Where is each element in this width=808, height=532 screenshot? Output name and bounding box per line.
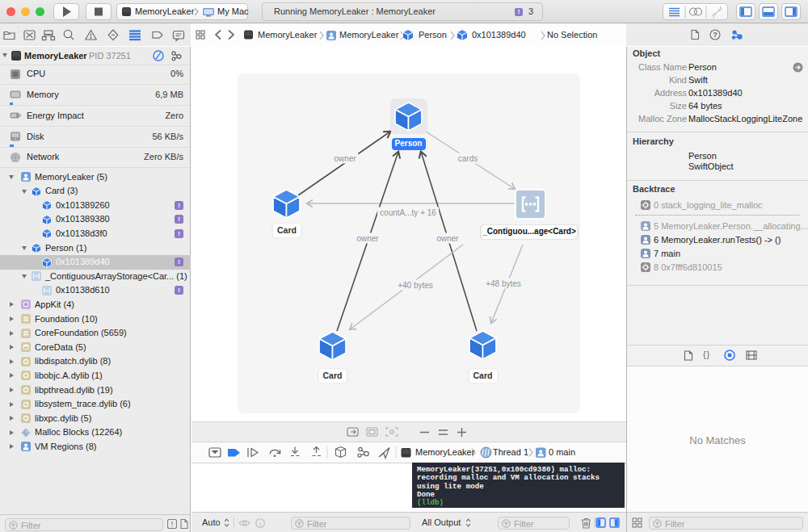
svg-text:?: ? <box>713 31 718 39</box>
svg-text:i: i <box>259 520 262 527</box>
